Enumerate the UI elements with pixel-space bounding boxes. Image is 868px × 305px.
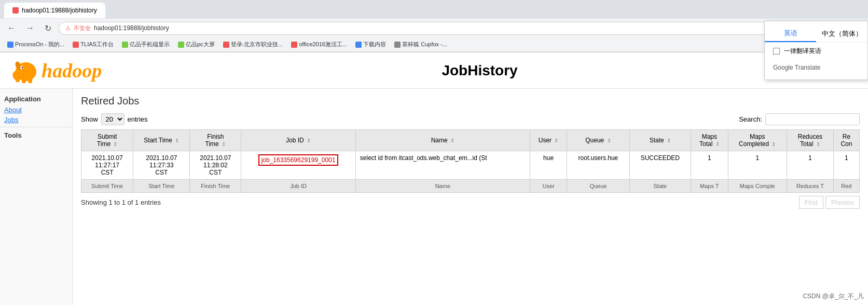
pagination: First Previou bbox=[799, 196, 860, 209]
bookmark-processon[interactable]: ProcessOn - 我的... bbox=[4, 39, 67, 49]
bookmark-office[interactable]: office2016激活工... bbox=[288, 39, 350, 49]
sidebar-item-about[interactable]: About bbox=[0, 105, 72, 115]
search-area: Search: bbox=[739, 113, 860, 125]
cell-maps-total: 1 bbox=[691, 151, 728, 180]
back-button[interactable]: ← bbox=[4, 22, 19, 34]
col-job-id: Job ID ⇕ bbox=[241, 130, 356, 151]
insecure-label: 不安全 bbox=[74, 24, 91, 32]
sidebar-item-tools[interactable]: Tools bbox=[0, 129, 72, 141]
hadoop-elephant-icon bbox=[10, 56, 42, 85]
cell-user: hue bbox=[530, 151, 567, 180]
job-id-link[interactable]: job_1633569629199_0001 bbox=[258, 154, 339, 166]
always-translate-checkbox[interactable] bbox=[773, 48, 780, 55]
bookmark-yipin-mobile[interactable]: 亿品手机端显示 bbox=[119, 39, 173, 49]
controls-row: Show 20 10 50 entries Search: bbox=[81, 113, 860, 125]
section-title: Retired Jobs bbox=[81, 95, 860, 107]
col-start-time: Start Time ⇕ bbox=[133, 130, 190, 151]
footer-job-id: Job ID bbox=[241, 180, 356, 193]
bookmark-login[interactable]: 登录-北京市职业技... bbox=[220, 39, 286, 49]
bookmark-cupfox[interactable]: 茶杯狐 Cupfox -... bbox=[391, 39, 450, 49]
table-row: 2021.10.0711:27:17CST 2021.10.0711:27:33… bbox=[81, 151, 860, 180]
page-title-area: JobHistory bbox=[102, 62, 858, 79]
cell-reduces-completed: 1 bbox=[833, 151, 859, 180]
footer-queue: Queue bbox=[567, 180, 629, 193]
col-maps-completed: MapsCompleted ⇕ bbox=[728, 130, 787, 151]
footer-start-time: Start Time bbox=[133, 180, 190, 193]
app-container: Application About Jobs Tools Retired Job… bbox=[0, 89, 868, 305]
footer-finish-time: Finish Time bbox=[190, 180, 241, 193]
cell-submit-time: 2021.10.0711:27:17CST bbox=[81, 151, 133, 180]
bookmark-icon bbox=[355, 42, 362, 48]
hadoop-logo-text: hadoop bbox=[42, 59, 102, 82]
insecure-icon: ⚠ bbox=[65, 25, 71, 32]
main-content: Retired Jobs Show 20 10 50 entries Searc… bbox=[73, 89, 868, 305]
footer-state: State bbox=[629, 180, 691, 193]
footer-name: Name bbox=[355, 180, 530, 193]
table-header-row: SubmitTime ⇕ Start Time ⇕ FinishTime ⇕ J… bbox=[81, 130, 860, 151]
cell-finish-time: 2021.10.0711:28:02CST bbox=[190, 151, 241, 180]
bookmark-icon bbox=[73, 42, 79, 48]
footer-user: User bbox=[530, 180, 567, 193]
google-translate-link[interactable]: Google Translate bbox=[765, 60, 867, 75]
bookmark-icon bbox=[122, 42, 128, 48]
col-reduces-completed: ReCon bbox=[833, 130, 859, 151]
svg-rect-3 bbox=[22, 77, 26, 83]
sidebar: Application About Jobs Tools bbox=[0, 89, 73, 305]
footer-reduces-t: Reduces T bbox=[787, 180, 833, 193]
cell-job-id[interactable]: job_1633569629199_0001 bbox=[241, 151, 356, 180]
forward-button[interactable]: → bbox=[23, 22, 37, 34]
bookmark-yipin-pc[interactable]: 亿品pc大屏 bbox=[175, 39, 218, 49]
jobs-table: SubmitTime ⇕ Start Time ⇕ FinishTime ⇕ J… bbox=[81, 129, 860, 193]
browser-chrome: hadoop01:19888/jobhistory ← → ↻ ⚠ 不安全 ha… bbox=[0, 0, 868, 52]
address-bar: ← → ↻ ⚠ 不安全 hadoop01:19888/jobhistory bbox=[0, 19, 868, 37]
sidebar-item-jobs[interactable]: Jobs bbox=[0, 115, 72, 125]
col-reduces-total: ReducesTotal ⇕ bbox=[787, 130, 833, 151]
app-header: hadoop JobHistory bbox=[0, 52, 868, 89]
search-label: Search: bbox=[739, 115, 762, 123]
cell-maps-completed: 1 bbox=[728, 151, 787, 180]
show-entries: Show 20 10 50 entries bbox=[81, 113, 148, 125]
table-footer: Showing 1 to 1 of 1 entries First Previo… bbox=[81, 196, 860, 209]
watermark: CSDN @卓_尔_不_凡 bbox=[803, 292, 864, 301]
sidebar-item-application[interactable]: Application bbox=[0, 93, 72, 105]
bookmark-icon bbox=[223, 42, 229, 48]
sidebar-divider bbox=[0, 127, 72, 127]
translate-popup: 英语 中文（简体） 一律翻译英语 Google Translate bbox=[764, 21, 868, 80]
footer-maps-t: Maps T bbox=[691, 180, 728, 193]
entries-select[interactable]: 20 10 50 bbox=[101, 113, 125, 125]
first-button[interactable]: First bbox=[799, 196, 823, 209]
lang-english-btn[interactable]: 英语 bbox=[765, 25, 816, 42]
translate-header: 英语 中文（简体） bbox=[765, 25, 867, 43]
hadoop-logo: hadoop bbox=[10, 56, 102, 85]
tab-favicon bbox=[12, 7, 19, 14]
table-footer-row: Submit Time Start Time Finish Time Job I… bbox=[81, 180, 860, 193]
cell-name: select id from itcast_ods.web_chat_em...… bbox=[355, 151, 530, 180]
col-user: User ⇕ bbox=[530, 130, 567, 151]
previous-button[interactable]: Previou bbox=[825, 196, 860, 209]
bookmark-icon bbox=[394, 42, 401, 48]
bookmark-download[interactable]: 下载内容 bbox=[352, 39, 389, 49]
active-tab[interactable]: hadoop01:19888/jobhistory bbox=[4, 3, 105, 18]
footer-maps-comple: Maps Comple bbox=[728, 180, 787, 193]
always-translate-option[interactable]: 一律翻译英语 bbox=[765, 43, 867, 60]
search-input[interactable] bbox=[765, 113, 860, 125]
col-name: Name ⇕ bbox=[355, 130, 530, 151]
col-finish-time: FinishTime ⇕ bbox=[190, 130, 241, 151]
cell-state: SUCCEEDED bbox=[629, 151, 691, 180]
bookmark-icon bbox=[291, 42, 297, 48]
page-title: JobHistory bbox=[102, 62, 858, 79]
lang-chinese-btn[interactable]: 中文（简体） bbox=[816, 25, 867, 42]
show-label: Show bbox=[81, 115, 98, 123]
bookmark-icon bbox=[178, 42, 184, 48]
url-bar[interactable]: ⚠ 不安全 hadoop01:19888/jobhistory bbox=[59, 22, 864, 35]
cell-start-time: 2021.10.0711:27:33CST bbox=[133, 151, 190, 180]
footer-submit-time: Submit Time bbox=[81, 180, 133, 193]
col-queue: Queue ⇕ bbox=[567, 130, 629, 151]
bookmark-icon bbox=[7, 42, 13, 48]
cell-queue: root.users.hue bbox=[567, 151, 629, 180]
col-maps-total: MapsTotal ⇕ bbox=[691, 130, 728, 151]
refresh-button[interactable]: ↻ bbox=[42, 22, 54, 34]
bookmark-tlias[interactable]: TLIAS工作台 bbox=[70, 39, 117, 49]
url-text: hadoop01:19888/jobhistory bbox=[94, 24, 169, 32]
showing-text: Showing 1 to 1 of 1 entries bbox=[81, 198, 161, 206]
